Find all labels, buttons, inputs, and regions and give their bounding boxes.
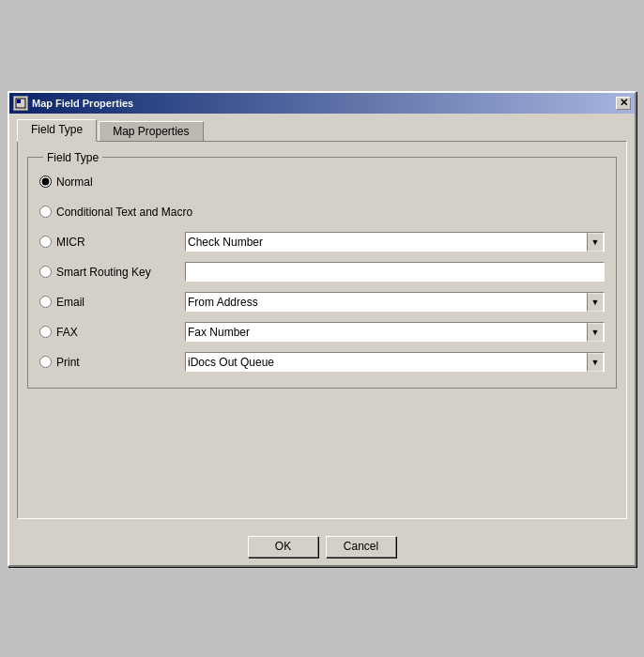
tab-content-field-type: Field Type Normal Conditional Text and M… — [17, 141, 627, 519]
bottom-row: OK Cancel — [9, 525, 635, 565]
radio-label-email[interactable]: Email — [39, 296, 185, 309]
radio-print[interactable] — [39, 356, 52, 368]
radio-micr[interactable] — [39, 236, 52, 248]
svg-rect-1 — [17, 99, 21, 103]
field-type-fieldset: Field Type Normal Conditional Text and M… — [27, 151, 617, 389]
radio-row-email: Email From Address To Address CC Address — [39, 292, 605, 313]
title-bar-left: Map Field Properties — [13, 96, 133, 111]
title-bar: Map Field Properties ✕ — [9, 93, 635, 114]
radio-row-normal: Normal — [39, 172, 605, 192]
dialog-icon — [13, 96, 28, 111]
radio-row-micr: MICR Check Number Account Number Routing… — [39, 232, 605, 252]
radio-label-fax[interactable]: FAX — [39, 326, 185, 339]
smart-routing-control-area — [185, 262, 605, 282]
email-control-area: From Address To Address CC Address — [185, 292, 605, 312]
radio-label-smart-routing[interactable]: Smart Routing Key — [39, 266, 185, 279]
radio-row-smart-routing: Smart Routing Key — [39, 262, 605, 283]
fax-control-area: Fax Number Fax Name — [185, 322, 605, 342]
email-select-wrapper: From Address To Address CC Address — [185, 292, 605, 312]
print-select[interactable]: iDocs Out Queue Print Queue — [185, 352, 605, 372]
cancel-button[interactable]: Cancel — [326, 536, 396, 558]
radio-fax[interactable] — [39, 326, 52, 338]
dialog: Map Field Properties ✕ Field Type Map Pr… — [8, 91, 636, 567]
fieldset-legend: Field Type — [43, 151, 102, 164]
micr-select-wrapper: Check Number Account Number Routing Numb… — [185, 232, 605, 252]
fax-select[interactable]: Fax Number Fax Name — [185, 322, 605, 342]
radio-label-print[interactable]: Print — [39, 356, 185, 369]
dialog-body: Field Type Map Properties Field Type Nor… — [9, 114, 635, 525]
smart-routing-input[interactable] — [185, 262, 605, 282]
dialog-title: Map Field Properties — [32, 98, 133, 109]
radio-row-fax: FAX Fax Number Fax Name — [39, 322, 605, 343]
print-control-area: iDocs Out Queue Print Queue — [185, 352, 605, 372]
radio-label-normal[interactable]: Normal — [39, 176, 185, 189]
close-button[interactable]: ✕ — [616, 97, 631, 110]
print-select-wrapper: iDocs Out Queue Print Queue — [185, 352, 605, 372]
radio-row-conditional: Conditional Text and Macro — [39, 202, 605, 222]
tabs-row: Field Type Map Properties — [17, 119, 627, 142]
spacer — [27, 396, 617, 509]
fax-select-wrapper: Fax Number Fax Name — [185, 322, 605, 342]
radio-conditional[interactable] — [39, 206, 52, 218]
micr-select[interactable]: Check Number Account Number Routing Numb… — [185, 232, 605, 252]
radio-email[interactable] — [39, 296, 52, 308]
radio-normal[interactable] — [39, 176, 52, 188]
ok-button[interactable]: OK — [248, 536, 318, 558]
radio-row-print: Print iDocs Out Queue Print Queue — [39, 352, 605, 373]
tab-field-type[interactable]: Field Type — [17, 119, 97, 142]
radio-smart-routing[interactable] — [39, 266, 52, 278]
radio-label-conditional[interactable]: Conditional Text and Macro — [39, 206, 192, 219]
tab-map-properties[interactable]: Map Properties — [99, 121, 203, 142]
email-select[interactable]: From Address To Address CC Address — [185, 292, 605, 312]
radio-label-micr[interactable]: MICR — [39, 236, 185, 249]
micr-control-area: Check Number Account Number Routing Numb… — [185, 232, 605, 252]
